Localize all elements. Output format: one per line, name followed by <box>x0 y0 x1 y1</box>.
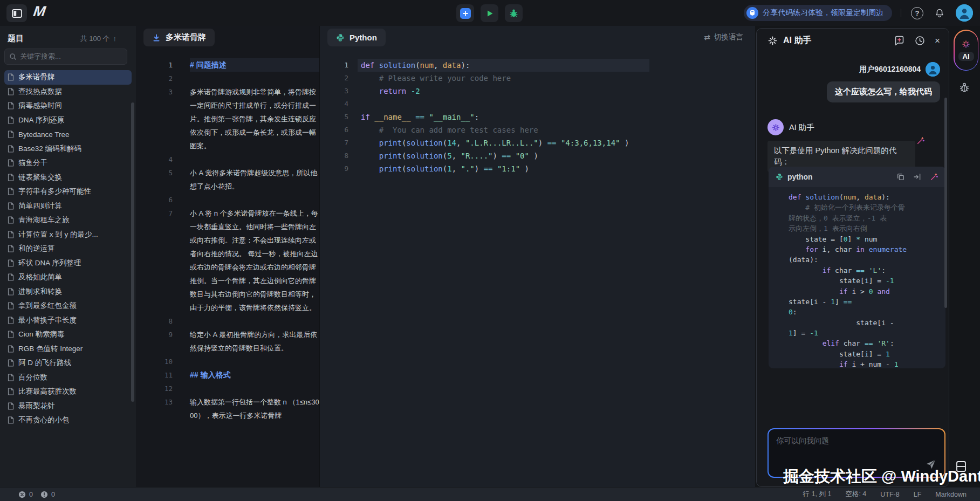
scrollbar-thumb[interactable] <box>131 102 134 402</box>
document-icon <box>8 374 14 381</box>
plus-square-icon <box>460 8 471 19</box>
debug-button[interactable] <box>505 4 523 22</box>
sidebar-item[interactable]: 字符串有多少种可能性 <box>4 184 132 199</box>
sidebar-item[interactable]: 拿到最多红包金额 <box>4 299 132 313</box>
sidebar-item-label: Base32 编码和解码 <box>18 144 81 154</box>
switch-language-button[interactable]: ⇄ 切换语言 <box>704 32 743 42</box>
toolbar-actions <box>456 4 523 22</box>
ai-code-line: state[i] = -1 <box>776 276 938 286</box>
document-icon <box>8 245 14 252</box>
ai-code-content[interactable]: def solution(num, data): # 初始化一个列表来记录每个骨… <box>769 187 945 368</box>
sidebar-item[interactable]: 链表聚集交换 <box>4 170 132 185</box>
sidebar-item[interactable]: 最小替换子串长度 <box>4 313 132 328</box>
sidebar-item[interactable]: 和的逆运算 <box>4 242 132 256</box>
language-tab-label: Python <box>349 33 377 42</box>
problems-title: 题目 <box>8 33 24 44</box>
document-icon <box>8 73 14 81</box>
code-line: 6 # You can add more test cases here <box>320 123 756 136</box>
promo-banner[interactable]: 分享代码练习体验，领限量定制周边 <box>744 5 892 21</box>
sidebar-item[interactable]: 及格如此简单 <box>4 270 132 285</box>
ai-code-line: for i, char in enumerate <box>776 244 938 255</box>
history-button[interactable] <box>914 35 926 46</box>
sidebar-item[interactable]: 青海湖租车之旅 <box>4 213 132 228</box>
sidebar-item[interactable]: 计算位置 x 到 y 的最少... <box>4 228 132 242</box>
ai-code-header: python <box>769 167 945 187</box>
problems-counters[interactable]: 0 0 <box>0 491 55 498</box>
document-icon <box>8 102 14 109</box>
ai-code-line: elif char == 'R': <box>776 338 938 348</box>
collapse-up-icon[interactable]: ↑ <box>113 35 117 43</box>
magic-wand-icon[interactable] <box>930 173 938 181</box>
app-logo[interactable]: M <box>32 3 46 20</box>
sidebar-item[interactable]: 比赛最高获胜次数 <box>4 385 132 399</box>
status-item[interactable]: UTF-8 <box>880 491 899 498</box>
app-window: M 分享代码练习体验 <box>0 0 980 501</box>
ai-code-line: 牌的状态，0 表示竖立，-1 表 <box>776 213 938 223</box>
status-item[interactable]: LF <box>914 491 922 498</box>
status-item[interactable]: 行 1, 列 1 <box>803 490 832 499</box>
user-message-header: 用户96012160804 <box>859 62 940 77</box>
warning-count: 0 <box>51 491 55 498</box>
problem-line: 7小 A 将 n 个多米诺骨牌放在一条线上，每一块都垂直竖立。他同时将一些骨牌向… <box>136 207 319 314</box>
insert-code-icon[interactable] <box>913 173 922 181</box>
warning-icon <box>40 491 48 498</box>
sidebar-item[interactable]: RGB 色值转 Integer <box>4 342 132 356</box>
language-tab[interactable]: Python <box>327 29 386 46</box>
sidebar-item-label: 阿 D 的飞行路线 <box>18 358 71 368</box>
notifications-button[interactable] <box>934 8 945 19</box>
document-icon <box>8 202 14 210</box>
user-avatar[interactable] <box>956 4 973 22</box>
search-box[interactable]: 关键字搜索... <box>4 49 127 65</box>
sidebar: 题目 共 100 个 ↑ 关键字搜索... 多米诺骨牌查找热点数据病毒感染时间D… <box>0 26 136 487</box>
help-icon[interactable]: ? <box>911 7 923 19</box>
bug-rail-icon[interactable] <box>959 82 970 93</box>
code-tabbar: Python ⇄ 切换语言 <box>320 26 756 49</box>
add-button[interactable] <box>456 4 474 22</box>
magic-wand-icon[interactable] <box>916 136 925 145</box>
sidebar-item[interactable]: 查找热点数据 <box>4 85 132 99</box>
sidebar-item[interactable]: 简单四则计算 <box>4 199 132 214</box>
sidebar-item[interactable]: 不再贪心的小包 <box>4 413 132 428</box>
ai-code-line: state = [0] * num <box>776 234 938 244</box>
new-chat-button[interactable] <box>894 35 905 46</box>
sidebar-item[interactable]: 进制求和转换 <box>4 285 132 299</box>
code-editor[interactable]: 1def solution(num, data):2 # Please writ… <box>320 59 756 487</box>
status-item[interactable]: 空格: 4 <box>845 490 866 499</box>
ai-zone: AI 助手 × 用户96012160804 这个应该怎么写，给我代码 <box>755 26 980 487</box>
document-icon <box>8 345 14 353</box>
status-item[interactable]: Markdown <box>935 491 967 498</box>
sidebar-item[interactable]: Base32 编码和解码 <box>4 142 132 156</box>
problem-line: 4 <box>136 153 319 166</box>
sidebar-item[interactable]: 环状 DNA 序列整理 <box>4 256 132 271</box>
document-icon <box>8 273 14 281</box>
sidebar-item[interactable]: 多米诺骨牌 <box>4 70 132 85</box>
sidebar-item[interactable]: 阿 D 的飞行路线 <box>4 356 132 370</box>
sidebar-item[interactable]: 猫鱼分干 <box>4 156 132 170</box>
sidebar-item-label: 暴雨梨花针 <box>18 401 55 411</box>
ai-rail-label: AI <box>958 52 974 61</box>
sidebar-item-label: 进制求和转换 <box>18 287 62 297</box>
switch-language-label: 切换语言 <box>714 32 743 42</box>
document-icon <box>8 116 14 124</box>
close-icon[interactable]: × <box>935 36 940 45</box>
ai-scrollbar-thumb[interactable] <box>944 98 947 308</box>
sidebar-item[interactable]: DNA 序列还原 <box>4 113 132 128</box>
copy-icon[interactable] <box>896 173 905 181</box>
run-button[interactable] <box>481 4 498 22</box>
sidebar-toggle-button[interactable] <box>6 4 27 22</box>
problem-line: 13输入数据第一行包括一个整数 n （1≤n≤3000），表示这一行多米诺骨牌 <box>136 395 319 422</box>
ai-rail-button[interactable]: AI <box>954 30 978 71</box>
sidebar-item[interactable]: 暴雨梨花针 <box>4 399 132 414</box>
username: 用户96012160804 <box>859 65 921 74</box>
sidebar-item-label: DNA 序列还原 <box>18 115 65 125</box>
sidebar-item[interactable]: 百分位数 <box>4 370 132 385</box>
document-icon <box>8 174 14 181</box>
problem-tab[interactable]: 多米诺骨牌 <box>143 29 215 46</box>
topbar-right: 分享代码练习体验，领限量定制周边 ? <box>744 0 973 26</box>
sidebar-item[interactable]: Bytedance Tree <box>4 127 132 142</box>
topbar: M 分享代码练习体验 <box>0 0 980 26</box>
problem-editor[interactable]: 1# 问题描述23多米诺骨牌游戏规则非常简单，将骨牌按一定间距的尺寸排成单行，或… <box>136 58 319 487</box>
sidebar-item[interactable]: Cion 勒索病毒 <box>4 327 132 342</box>
sidebar-item[interactable]: 病毒感染时间 <box>4 99 132 113</box>
sidebar-item-label: 字符串有多少种可能性 <box>18 187 91 196</box>
